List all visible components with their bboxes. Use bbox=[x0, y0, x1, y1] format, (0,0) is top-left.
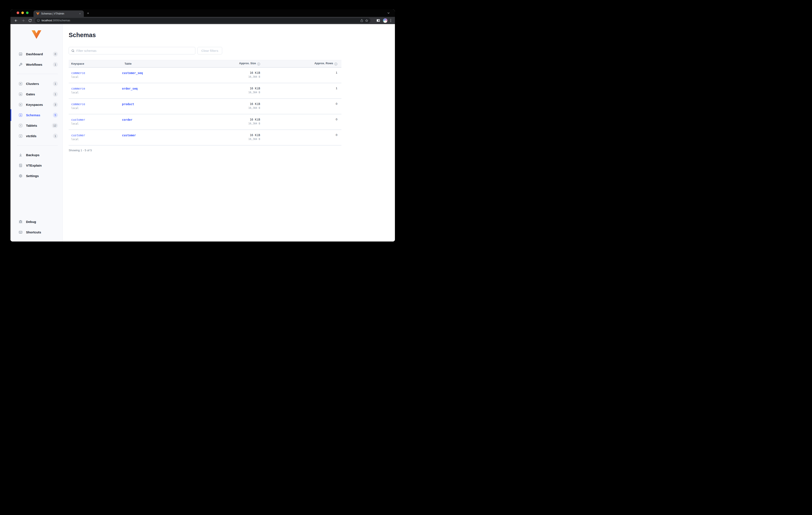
sidebar-item-label: Gates bbox=[26, 92, 35, 96]
reload-button[interactable] bbox=[28, 18, 32, 23]
sidebar-item-shortcuts[interactable]: Shortcuts bbox=[10, 227, 62, 238]
help-icon[interactable]: ? bbox=[257, 62, 260, 65]
vitess-logo bbox=[32, 30, 41, 39]
table-link[interactable]: order_seq bbox=[122, 87, 138, 90]
wrench-icon bbox=[19, 63, 22, 66]
sidebar-item-workflows[interactable]: Workflows1 bbox=[10, 59, 62, 70]
table-row: commercelocalcustomer_seq16 KiB16,384 B1 bbox=[69, 67, 341, 83]
sidebar-item-clusters[interactable]: RClusters1 bbox=[10, 79, 62, 89]
close-tab-icon[interactable] bbox=[78, 12, 82, 16]
sidebar-item-label: Tablets bbox=[26, 124, 37, 127]
clear-filters-button[interactable]: Clear filters bbox=[198, 47, 222, 54]
sidebar-item-label: Clusters bbox=[26, 82, 39, 85]
sidebar-item-label: vtctlds bbox=[26, 134, 36, 138]
sidebar-item-dashboard[interactable]: Dashboard0 bbox=[10, 49, 62, 59]
count-badge: 12 bbox=[52, 123, 58, 128]
sidebar-item-gates[interactable]: GGates1 bbox=[10, 89, 62, 100]
approx-size-bytes: 16,384 B bbox=[199, 138, 260, 141]
schema-table-body: commercelocalcustomer_seq16 KiB16,384 B1… bbox=[69, 67, 341, 145]
sidebar: Dashboard0Workflows1RClusters1GGates1KKe… bbox=[10, 24, 63, 242]
cluster-name: local bbox=[71, 138, 122, 141]
window-controls bbox=[17, 11, 29, 14]
back-button[interactable] bbox=[14, 18, 18, 23]
table-link[interactable]: customer bbox=[122, 134, 136, 137]
keyspace-link[interactable]: commerce bbox=[71, 87, 85, 90]
table-row: customerlocalcorder16 KiB16,384 B0 bbox=[69, 114, 341, 130]
page-title: Schemas bbox=[69, 31, 395, 39]
maximize-window-button[interactable] bbox=[26, 11, 29, 14]
approx-rows: 0 bbox=[265, 114, 341, 130]
cluster-name: local bbox=[71, 91, 122, 94]
cluster-name: local bbox=[71, 76, 122, 79]
sidebar-item-tablets[interactable]: TTablets12 bbox=[10, 120, 62, 131]
letter-v-box-icon: V bbox=[19, 134, 22, 138]
schemas-table: Keyspace Table Approx. Size? Approx. Row… bbox=[69, 60, 341, 145]
table-row: commercelocalproduct16 KiB16,384 B0 bbox=[69, 99, 341, 114]
share-icon[interactable] bbox=[360, 19, 364, 22]
sidebar-item-label: Keyspaces bbox=[26, 103, 43, 106]
keyspace-link[interactable]: commerce bbox=[71, 71, 85, 75]
keyspace-link[interactable]: commerce bbox=[71, 102, 85, 106]
table-row: customerlocalcustomer16 KiB16,384 B0 bbox=[69, 130, 341, 145]
letter-t-box-icon: T bbox=[19, 124, 22, 127]
sidebar-item-label: Workflows bbox=[26, 63, 42, 66]
approx-rows: 1 bbox=[265, 83, 341, 99]
sidebar-item-label: Dashboard bbox=[26, 52, 43, 56]
tab-title: Schemas | VTAdmin bbox=[41, 12, 77, 15]
filter-schemas-input[interactable] bbox=[69, 47, 195, 54]
sidebar-item-label: Shortcuts bbox=[26, 231, 41, 234]
letter-r-box-icon: R bbox=[19, 82, 22, 85]
table-link[interactable]: product bbox=[122, 102, 134, 106]
forward-button[interactable] bbox=[21, 18, 25, 23]
doc-check-icon bbox=[19, 164, 22, 167]
sidebar-item-backups[interactable]: Backups bbox=[10, 150, 62, 160]
sidebar-item-schemas[interactable]: SSchemas5 bbox=[10, 110, 62, 120]
header-approx-rows: Approx. Rows? bbox=[265, 60, 341, 67]
sidebar-item-label: Schemas bbox=[26, 113, 40, 117]
sidebar-item-debug[interactable]: Debug bbox=[10, 217, 62, 227]
letter-k-box-icon: K bbox=[19, 103, 22, 106]
sidebar-item-vtctlds[interactable]: Vvtctlds1 bbox=[10, 131, 62, 141]
header-keyspace: Keyspace bbox=[69, 60, 122, 67]
main-panel: Schemas Clear filters Keyspace Table App bbox=[63, 24, 395, 242]
count-badge: 1 bbox=[53, 134, 58, 138]
cluster-name: local bbox=[71, 122, 122, 126]
help-icon[interactable]: ? bbox=[335, 62, 337, 65]
sidebar-item-keyspaces[interactable]: KKeyspaces3 bbox=[10, 100, 62, 110]
approx-size: 16 KiB bbox=[199, 71, 260, 75]
tab-search-chevron-icon[interactable] bbox=[387, 11, 390, 15]
table-link[interactable]: corder bbox=[122, 118, 133, 121]
browser-window: Schemas | VTAdmin localhost:3000/schemas bbox=[10, 9, 395, 242]
side-panel-icon[interactable] bbox=[377, 19, 380, 22]
approx-rows: 1 bbox=[265, 67, 341, 83]
bug-icon bbox=[19, 220, 22, 223]
new-tab-button[interactable] bbox=[86, 11, 91, 16]
browser-menu-icon[interactable] bbox=[390, 19, 391, 22]
sidebar-item-vtexplain[interactable]: VTExplain bbox=[10, 160, 62, 171]
letter-g-box-icon: G bbox=[19, 92, 22, 96]
keyboard-icon bbox=[19, 231, 22, 234]
keyspace-link[interactable]: customer bbox=[71, 134, 85, 137]
bookmark-star-icon[interactable] bbox=[365, 19, 368, 22]
browser-tab[interactable]: Schemas | VTAdmin bbox=[33, 10, 84, 17]
approx-size-bytes: 16,384 B bbox=[199, 75, 260, 79]
keyspace-link[interactable]: customer bbox=[71, 118, 85, 121]
minimize-window-button[interactable] bbox=[21, 11, 24, 14]
close-window-button[interactable] bbox=[17, 11, 19, 14]
profile-avatar[interactable] bbox=[383, 18, 387, 23]
approx-size-bytes: 16,384 B bbox=[199, 106, 260, 110]
approx-size: 16 KiB bbox=[199, 118, 260, 121]
site-info-icon[interactable] bbox=[37, 19, 40, 22]
tab-strip: Schemas | VTAdmin bbox=[10, 9, 395, 17]
app-content: Dashboard0Workflows1RClusters1GGates1KKe… bbox=[10, 24, 395, 242]
header-approx-size: Approx. Size? bbox=[199, 60, 265, 67]
sidebar-nav: Dashboard0Workflows1RClusters1GGates1KKe… bbox=[10, 39, 62, 238]
table-link[interactable]: customer_seq bbox=[122, 71, 143, 75]
approx-size-bytes: 16,384 B bbox=[199, 91, 260, 94]
count-badge: 3 bbox=[53, 102, 58, 107]
sidebar-item-settings[interactable]: Settings bbox=[10, 171, 62, 181]
browser-toolbar: localhost:3000/schemas bbox=[10, 17, 395, 24]
vitess-favicon-icon bbox=[36, 12, 39, 15]
address-bar[interactable]: localhost:3000/schemas bbox=[35, 18, 370, 23]
count-badge: 1 bbox=[53, 81, 58, 86]
